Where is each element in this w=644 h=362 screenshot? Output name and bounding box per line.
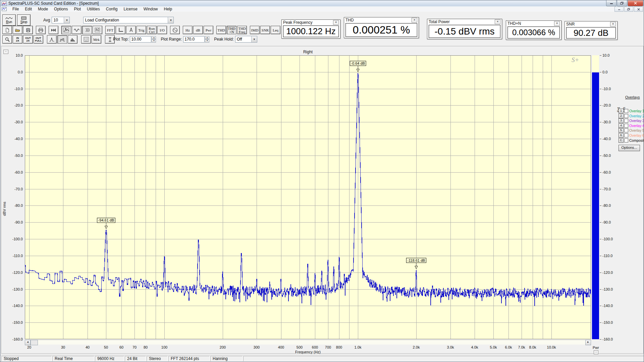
- menu-window[interactable]: Window: [141, 7, 161, 11]
- fft-settings-button[interactable]: FFT: [105, 26, 115, 34]
- spin-down-icon[interactable]: ▼: [205, 39, 209, 43]
- close-button[interactable]: [628, 0, 643, 6]
- scroll-left-icon[interactable]: ◄: [25, 340, 31, 345]
- menu-edit[interactable]: Edit: [22, 7, 35, 11]
- scaling-button[interactable]: [116, 26, 125, 34]
- plot-top-input[interactable]: 10.00: [130, 36, 151, 43]
- line-plot-button[interactable]: [47, 35, 57, 44]
- power-units-button[interactable]: Pwr: [204, 26, 213, 34]
- new-file-button[interactable]: [2, 26, 12, 34]
- spectrogram-view-button[interactable]: [93, 26, 102, 34]
- overlay-on-checkbox[interactable]: [624, 128, 628, 132]
- spin-down-icon[interactable]: ▼: [152, 39, 156, 43]
- waterfall-view-button[interactable]: [82, 26, 92, 34]
- overlay-set-button[interactable]: 2: [619, 114, 624, 118]
- plot-area[interactable]: -94.61 dB-0.64 dB-118.61 dB: [25, 55, 591, 339]
- panel-title-bar[interactable]: THD+N✕: [506, 21, 561, 26]
- zoom-out-2x-button[interactable]: OUT2X: [23, 35, 33, 44]
- overlay-on-checkbox[interactable]: [624, 133, 628, 137]
- amplitude-units-button[interactable]: dB: [193, 26, 203, 34]
- menu-mode[interactable]: Mode: [35, 7, 51, 11]
- child-close-button[interactable]: [634, 7, 643, 12]
- restore-button[interactable]: [617, 0, 627, 6]
- spin-up-icon[interactable]: ▲: [152, 36, 156, 40]
- child-restore-button[interactable]: [624, 7, 633, 12]
- process-button[interactable]: [49, 26, 58, 34]
- x-tick-label: 10.0k: [547, 345, 556, 349]
- panel-title-bar[interactable]: THD✕: [344, 17, 419, 23]
- menu-plot[interactable]: Plot: [71, 7, 84, 11]
- zoom-in-2x-button[interactable]: IN2X: [13, 35, 22, 44]
- menu-config[interactable]: Config: [103, 7, 121, 11]
- overlay-on-checkbox[interactable]: [624, 119, 628, 123]
- menu-utilities[interactable]: Utilities: [84, 7, 103, 11]
- open-file-button[interactable]: [13, 26, 22, 34]
- overlays-options-button[interactable]: Options...: [619, 145, 640, 151]
- thd-freq-button[interactable]: THDFreq: [237, 26, 247, 34]
- leq-button[interactable]: Leq: [271, 26, 280, 34]
- display-options-button[interactable]: [81, 35, 91, 44]
- panel-title-bar[interactable]: Peak Frequency✕: [282, 20, 340, 25]
- plot-range-input[interactable]: 170.0: [183, 36, 205, 43]
- menu-help[interactable]: Help: [161, 7, 175, 11]
- panel-close-icon[interactable]: ✕: [610, 22, 616, 26]
- scrollbar-thumb[interactable]: [31, 340, 38, 345]
- zoom-out-full-button[interactable]: OUTFULL: [34, 35, 43, 44]
- run-button[interactable]: Run: [2, 14, 16, 26]
- scroll-right-icon[interactable]: ►: [585, 340, 591, 345]
- thd-plus-n-button[interactable]: THD+N: [227, 26, 236, 34]
- overlay-set-button[interactable]: 1: [619, 109, 624, 113]
- step-plot-button[interactable]: [57, 35, 67, 44]
- panel-close-icon[interactable]: ✕: [554, 21, 560, 26]
- snr-button[interactable]: SNR: [260, 26, 270, 34]
- bar-plot-button[interactable]: [68, 35, 77, 44]
- child-minimize-button[interactable]: [614, 7, 624, 12]
- imd-button[interactable]: IMD: [250, 26, 260, 34]
- minimize-button[interactable]: [606, 0, 616, 6]
- io-device-button[interactable]: I/O: [157, 26, 167, 34]
- pwr-collapse-button[interactable]: -: [594, 350, 598, 354]
- panel-close-icon[interactable]: ✕: [495, 19, 500, 24]
- overlay-on-checkbox[interactable]: [624, 138, 628, 142]
- marker-button[interactable]: Mrk: [92, 35, 101, 44]
- overlay-on-checkbox[interactable]: [624, 109, 628, 113]
- spectrum-view-button[interactable]: [61, 26, 71, 34]
- scrollbar-track[interactable]: [38, 340, 585, 345]
- peak-hold-select[interactable]: Off ▼: [235, 36, 257, 43]
- zoom-button[interactable]: [2, 35, 12, 44]
- overlay-set-button[interactable]: 6: [619, 133, 624, 138]
- overlay-set-button[interactable]: 5: [619, 128, 624, 133]
- y-tick-label: -90.0: [602, 220, 611, 224]
- overlay-on-checkbox[interactable]: [624, 124, 628, 128]
- avg-select[interactable]: 10 ▼: [52, 17, 70, 23]
- plot-range-spinner[interactable]: ▲▼: [205, 36, 209, 43]
- plot-top-spinner[interactable]: ▲▼: [152, 36, 156, 43]
- menu-options[interactable]: Options: [51, 7, 71, 11]
- panel-close-icon[interactable]: ✕: [333, 20, 339, 25]
- overlay-on-checkbox[interactable]: [624, 114, 628, 118]
- spin-up-icon[interactable]: ▲: [205, 36, 209, 40]
- panel-close-icon[interactable]: ✕: [412, 18, 417, 22]
- trigger-button[interactable]: Trig: [137, 26, 146, 34]
- run-control-button[interactable]: RunCtrl: [147, 26, 157, 34]
- overlay-set-button[interactable]: 4: [619, 123, 624, 128]
- frequency-units-button[interactable]: Hz: [183, 26, 193, 34]
- overlays-panel: Overlays Set On 1Overlay 12Overlay 23Ove…: [618, 95, 644, 99]
- y-tick-label: -150.0: [602, 320, 613, 324]
- stop-button[interactable]: Stop: [17, 14, 31, 26]
- calibration-button[interactable]: [126, 26, 136, 34]
- panel-title-bar[interactable]: SNR✕: [565, 21, 617, 27]
- menu-file[interactable]: File: [9, 7, 22, 11]
- stop-button-label: Stop: [20, 20, 28, 24]
- panel-title-bar[interactable]: Total Power✕: [427, 19, 502, 24]
- time-series-view-button[interactable]: [72, 26, 82, 34]
- overlay-set-button[interactable]: 3: [619, 118, 624, 123]
- signal-generator-button[interactable]: [170, 26, 180, 34]
- load-configuration-select[interactable]: Load Configuration ▼: [83, 17, 174, 23]
- plot-horizontal-scrollbar[interactable]: ◄ ►: [25, 340, 591, 345]
- save-button[interactable]: [23, 26, 33, 34]
- thd-button[interactable]: THD: [216, 26, 226, 34]
- overlay-set-button[interactable]: C: [619, 138, 624, 143]
- menu-license[interactable]: License: [120, 7, 140, 11]
- print-button[interactable]: [36, 26, 46, 34]
